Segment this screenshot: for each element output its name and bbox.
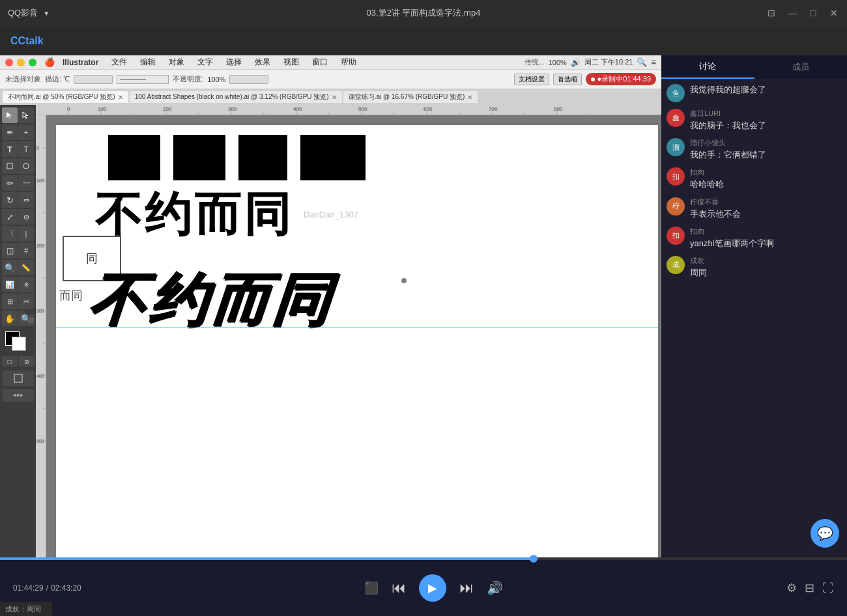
type-tool[interactable]: T — [2, 141, 18, 157]
warp-tool[interactable]: 〈 — [2, 226, 18, 242]
svg-text:500: 500 — [36, 439, 44, 443]
play-pause-button[interactable]: ▶ — [419, 574, 446, 602]
menu-file[interactable]: 文件 — [106, 55, 132, 69]
progress-thumb[interactable] — [530, 555, 538, 563]
message-body-2: 鑫日LURI 我的脑子：我也会了 — [690, 109, 842, 132]
menu-icon[interactable]: ≡ — [651, 57, 656, 67]
stop-button[interactable]: ⬛ — [364, 581, 379, 595]
guide-line-horizontal — [56, 327, 658, 328]
rotate-tool[interactable]: ↻ — [2, 192, 18, 208]
floating-chat-btn[interactable]: 💬 — [811, 519, 839, 548]
stroke-color-picker[interactable] — [74, 75, 113, 84]
cctalk-logo: CCtalk — [10, 35, 44, 47]
progress-bar-fill — [0, 557, 534, 560]
menu-edit[interactable]: 编辑 — [135, 55, 161, 69]
smooth-tool[interactable]: 〰 — [18, 175, 34, 191]
tab-members[interactable]: 成员 — [754, 55, 848, 79]
app-dropdown-icon[interactable]: ▼ — [43, 10, 50, 17]
tab-close-3[interactable]: ✕ — [467, 94, 472, 101]
width-tool[interactable]: | — [18, 226, 34, 242]
search-icon[interactable]: 🔍 — [637, 57, 647, 67]
none-color-btn[interactable]: ⊘ — [19, 356, 35, 367]
previous-button[interactable]: ⏮ — [392, 580, 406, 596]
avatar-7: 成 — [667, 256, 685, 274]
direct-selection-tool[interactable] — [18, 107, 34, 123]
reflect-tool[interactable]: ⇔ — [18, 192, 34, 208]
next-button[interactable]: ⏭ — [459, 580, 474, 596]
vertical-type-tool[interactable]: T — [18, 141, 34, 157]
anchor-tool[interactable]: + — [18, 124, 34, 140]
scale-tool[interactable]: ⤢ — [2, 209, 18, 225]
close-button[interactable]: ✕ — [829, 8, 839, 18]
player-right-controls: ⚙ ⊟ ⛶ — [786, 581, 834, 595]
message-text-3: 我的手：它俩都错了 — [690, 149, 842, 161]
window-minimize-btn[interactable] — [17, 59, 25, 66]
tab-3[interactable]: 课堂练习.ai @ 16.67% (RGB/GPU 预览) ✕ — [343, 91, 478, 103]
menu-window[interactable]: 窗口 — [307, 55, 333, 69]
shear-tool[interactable]: ⊘ — [18, 209, 34, 225]
progress-bar-container[interactable] — [0, 557, 847, 560]
window-maximize-btn[interactable] — [29, 59, 36, 66]
settings-btn[interactable]: ⚙ — [786, 581, 797, 595]
datetime-label: 周二 下午10:21 — [584, 57, 633, 67]
status-message: 成欢：周同 — [5, 604, 41, 614]
canvas-watermark: DanDan_1307 — [304, 210, 358, 219]
chat-tabs: 讨论 成员 — [661, 55, 847, 79]
message-text-6: yanzhi笔画哪两个字啊 — [690, 238, 842, 249]
window-close-btn[interactable] — [5, 59, 13, 66]
snap-button[interactable]: ⊡ — [766, 8, 777, 18]
tab-discussion[interactable]: 讨论 — [661, 55, 754, 79]
menu-object[interactable]: 对象 — [164, 55, 190, 69]
measure-tool[interactable]: 📏 — [18, 260, 34, 275]
graph-tool[interactable]: 📊 — [2, 277, 18, 292]
menu-text[interactable]: 文字 — [192, 55, 218, 69]
menu-help[interactable]: 帮助 — [336, 55, 362, 69]
black-rect-3 — [238, 135, 287, 180]
legacy-label: 传统... — [524, 57, 545, 67]
menu-view[interactable]: 视图 — [278, 55, 304, 69]
document-setup-button[interactable]: 文档设置 — [514, 74, 549, 85]
rectangle-tool[interactable] — [2, 158, 18, 174]
symbol-tool[interactable]: ✳ — [18, 277, 34, 292]
title-bar-title: 03.第2讲 平面构成造字法.mp4 — [367, 7, 481, 19]
tab-label-2: 100 Abstract Shapes (black on white).ai … — [135, 92, 329, 102]
avatar-4: 扣 — [667, 167, 685, 186]
chat-message-7: 成 成欢 周同 — [667, 256, 842, 279]
recording-badge: ●录制中01:44:39 — [586, 73, 656, 85]
canvas-content: 不约而同 DanDan_1307 同 而同 — [56, 125, 658, 598]
maximize-button[interactable]: □ — [808, 8, 818, 18]
more-tools-btn[interactable]: ••• — [3, 389, 34, 402]
tool-row-1 — [2, 107, 34, 123]
minimize-button[interactable]: — — [787, 8, 797, 18]
normal-mode-btn[interactable]: □ — [2, 356, 18, 367]
artboard-tool[interactable]: ⊞ — [2, 294, 18, 309]
tab-2[interactable]: 100 Abstract Shapes (black on white).ai … — [130, 91, 342, 103]
pip-btn[interactable]: ⊟ — [805, 581, 814, 595]
preferences-button[interactable]: 首选项 — [553, 74, 582, 85]
pencil-tool[interactable]: ✏ — [2, 175, 18, 191]
mesh-tool[interactable]: # — [18, 243, 34, 259]
tab-label-3: 课堂练习.ai @ 16.67% (RGB/GPU 预览) — [349, 92, 465, 102]
eyedropper-tool[interactable]: 🔍 — [2, 260, 18, 275]
pen-tool[interactable]: ✒ — [2, 124, 18, 140]
black-rect-2 — [173, 135, 225, 180]
menu-effect[interactable]: 效果 — [250, 55, 276, 69]
opacity-value: 100% — [207, 76, 225, 83]
change-screen-mode-btn[interactable] — [3, 371, 34, 386]
volume-button[interactable]: 🔊 — [487, 580, 503, 596]
slice-tool[interactable]: ✂ — [18, 294, 34, 309]
canvas-drawing-area[interactable]: 不约而同 DanDan_1307 同 而同 — [46, 115, 661, 602]
gradient-tool[interactable]: ◫ — [2, 243, 18, 259]
background-color[interactable] — [12, 337, 26, 351]
fullscreen-btn[interactable]: ⛶ — [822, 581, 834, 595]
stroke-width-input[interactable]: ———— — [117, 75, 169, 84]
tab-close-1[interactable]: ✕ — [118, 94, 123, 101]
tab-close-2[interactable]: ✕ — [332, 94, 337, 101]
tab-active[interactable]: 不约而同.ai @ 50% (RGB/GPU 预览) ✕ — [3, 91, 128, 103]
blend-mode-selector[interactable] — [229, 75, 268, 84]
hand-tool[interactable]: ✋ — [2, 311, 18, 326]
selection-tool[interactable] — [2, 107, 18, 123]
content-row: 🍎 Illustrator 文件 编辑 对象 文字 选择 效果 视图 窗口 帮助… — [0, 55, 847, 616]
ellipse-tool[interactable] — [18, 158, 34, 174]
menu-select[interactable]: 选择 — [221, 55, 247, 69]
